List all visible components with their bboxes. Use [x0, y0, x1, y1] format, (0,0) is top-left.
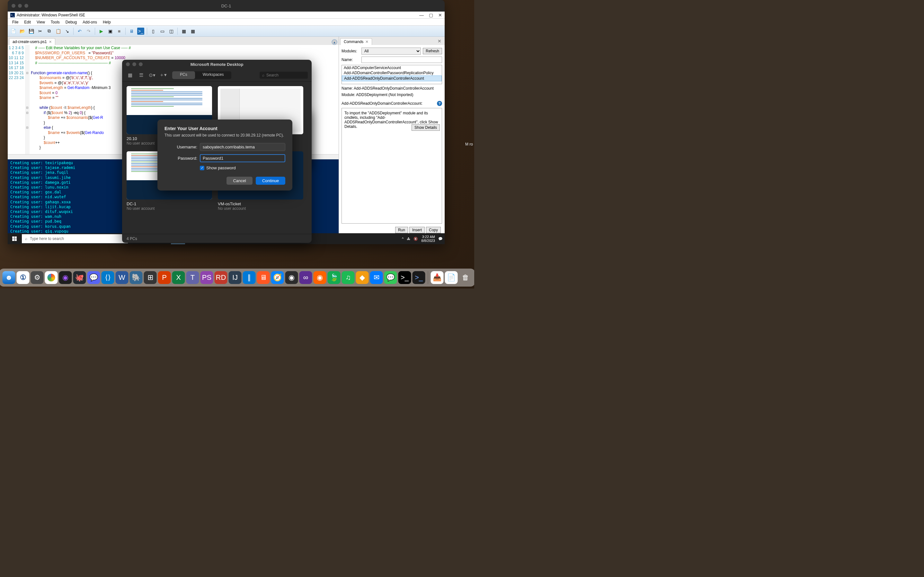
- visualstudio-icon[interactable]: ∞: [299, 271, 312, 284]
- mail-icon[interactable]: ✉: [370, 271, 383, 284]
- list-view-icon[interactable]: ☰: [137, 72, 145, 79]
- pane-close-icon[interactable]: ✕: [436, 37, 443, 45]
- run-button[interactable]: Run: [395, 227, 408, 233]
- save-icon[interactable]: 💾: [27, 27, 35, 35]
- clear-icon[interactable]: ↘: [64, 27, 71, 35]
- mongodb-icon[interactable]: 🍃: [328, 271, 341, 284]
- insert-button[interactable]: Insert: [409, 227, 425, 233]
- ise-maximize-icon[interactable]: ▢: [429, 13, 433, 18]
- intellij-icon[interactable]: IJ: [229, 271, 241, 284]
- name-filter-input[interactable]: [361, 56, 442, 63]
- commands-tab-close-icon[interactable]: ✕: [365, 40, 369, 44]
- command-list[interactable]: Add-ADComputerServiceAccount Add-ADDomai…: [341, 65, 442, 84]
- layout-2-icon[interactable]: ▭: [159, 27, 166, 35]
- layout-3-icon[interactable]: ◫: [168, 27, 175, 35]
- tray-sound-icon[interactable]: 🔇: [414, 237, 418, 241]
- mrd-minimize-icon[interactable]: [132, 62, 136, 66]
- remote-desktop-icon[interactable]: 🖥: [257, 271, 270, 284]
- show-password-checkbox[interactable]: ✓: [200, 166, 204, 170]
- add-icon[interactable]: ＋▾: [159, 72, 167, 79]
- menu-edit[interactable]: Edit: [21, 19, 34, 25]
- app-icon[interactable]: ◆: [356, 271, 369, 284]
- spotify-icon[interactable]: ♫: [342, 271, 355, 284]
- password-input[interactable]: Password1: [200, 154, 285, 162]
- powershell-console-icon[interactable]: >_: [137, 27, 144, 35]
- discord-icon[interactable]: 💬: [87, 271, 100, 284]
- documents-icon[interactable]: 📄: [445, 271, 458, 284]
- messages-icon[interactable]: 💬: [384, 271, 397, 284]
- excel-icon[interactable]: X: [172, 271, 185, 284]
- obs-icon[interactable]: ◉: [285, 271, 298, 284]
- parallels-icon[interactable]: ∥: [243, 271, 256, 284]
- tableplus-icon[interactable]: ⊞: [144, 271, 157, 284]
- iterm-icon[interactable]: >_: [412, 271, 425, 284]
- safari-icon[interactable]: 🧭: [271, 271, 284, 284]
- stop-icon[interactable]: ■: [116, 27, 123, 35]
- menu-help[interactable]: Help: [100, 19, 113, 25]
- pane-2-icon[interactable]: ▦: [189, 27, 196, 35]
- downloads-icon[interactable]: 📥: [431, 271, 444, 284]
- mrd-close-icon[interactable]: [126, 62, 130, 66]
- mrd-search[interactable]: ⌕ Search: [259, 72, 308, 79]
- seg-workspaces[interactable]: Workspaces: [195, 71, 232, 79]
- vm-zoom-icon[interactable]: [24, 4, 28, 8]
- copy-icon[interactable]: ⧉: [46, 27, 53, 35]
- phpstorm-icon[interactable]: PS: [200, 271, 213, 284]
- undo-icon[interactable]: ↶: [76, 27, 83, 35]
- start-button[interactable]: [8, 233, 21, 244]
- ise-close-icon[interactable]: ✕: [438, 13, 442, 18]
- rider-icon[interactable]: RD: [215, 271, 227, 284]
- notifications-icon[interactable]: 💬: [438, 237, 443, 241]
- refresh-button[interactable]: Refresh: [423, 48, 442, 54]
- figma-icon[interactable]: ◉: [59, 271, 72, 284]
- chrome-icon[interactable]: [45, 271, 58, 284]
- github-icon[interactable]: 🐙: [73, 271, 86, 284]
- help-icon[interactable]: ?: [437, 101, 442, 106]
- seg-pcs[interactable]: PCs: [172, 71, 195, 79]
- postman-icon[interactable]: ◉: [314, 271, 327, 284]
- remote-icon[interactable]: 🖥: [128, 27, 135, 35]
- vm-minimize-icon[interactable]: [18, 4, 22, 8]
- open-file-icon[interactable]: 📂: [19, 27, 26, 35]
- list-item-selected[interactable]: Add-ADDSReadOnlyDomainControllerAccount: [342, 76, 442, 81]
- script-tab[interactable]: ad-create-users.ps1 ✕: [9, 38, 55, 45]
- menu-debug[interactable]: Debug: [63, 19, 79, 25]
- modules-select[interactable]: All: [361, 48, 421, 55]
- paste-icon[interactable]: 📋: [55, 27, 62, 35]
- tray-network-icon[interactable]: 🖧: [407, 237, 410, 241]
- postgres-icon[interactable]: 🐘: [130, 271, 143, 284]
- grid-view-icon[interactable]: ▦: [126, 72, 134, 79]
- run-selection-icon[interactable]: ▣: [107, 27, 114, 35]
- menu-view[interactable]: View: [34, 19, 48, 25]
- script-tab-close-icon[interactable]: ✕: [49, 40, 52, 44]
- list-item[interactable]: Add-ADComputerServiceAccount: [342, 65, 442, 70]
- terminal-icon[interactable]: >_: [398, 271, 411, 284]
- taskbar-search[interactable]: ⌕ Type here to search: [22, 234, 128, 243]
- taskbar-clock[interactable]: 3:22 AM 8/8/2023: [421, 235, 435, 243]
- tray-chevron-icon[interactable]: ^: [402, 237, 404, 241]
- commands-tab[interactable]: Commands ✕: [340, 38, 372, 45]
- menu-file[interactable]: File: [10, 19, 21, 25]
- mrd-zoom-icon[interactable]: [139, 62, 143, 66]
- layout-1-icon[interactable]: ▯: [150, 27, 157, 35]
- cut-icon[interactable]: ✂: [37, 27, 44, 35]
- scroll-up-icon[interactable]: ▲: [332, 39, 337, 45]
- redo-icon[interactable]: ↷: [85, 27, 92, 35]
- pane-1-icon[interactable]: ▦: [180, 27, 187, 35]
- run-icon[interactable]: ▶: [98, 27, 105, 35]
- new-file-icon[interactable]: 📄: [10, 27, 17, 35]
- powerpoint-icon[interactable]: P: [158, 271, 171, 284]
- copy-button[interactable]: Copy: [426, 227, 441, 233]
- finder-icon[interactable]: ☻: [3, 271, 15, 284]
- continue-button[interactable]: Continue: [256, 177, 285, 185]
- settings-icon[interactable]: ⚙: [31, 271, 44, 284]
- list-item[interactable]: Add-ADDomainControllerPasswordReplicatio…: [342, 70, 442, 76]
- ise-titlebar[interactable]: >_ Administrator: Windows PowerShell ISE…: [8, 11, 445, 19]
- username-input[interactable]: saboyatech.com\babis.tema: [200, 143, 285, 151]
- cancel-button[interactable]: Cancel: [227, 177, 252, 185]
- settings-icon[interactable]: ⊙▾: [148, 72, 156, 79]
- teams-icon[interactable]: T: [186, 271, 199, 284]
- mrd-titlebar[interactable]: Microsoft Remote Desktop: [122, 60, 312, 69]
- show-details-button[interactable]: Show Details: [412, 124, 440, 131]
- menu-tools[interactable]: Tools: [48, 19, 62, 25]
